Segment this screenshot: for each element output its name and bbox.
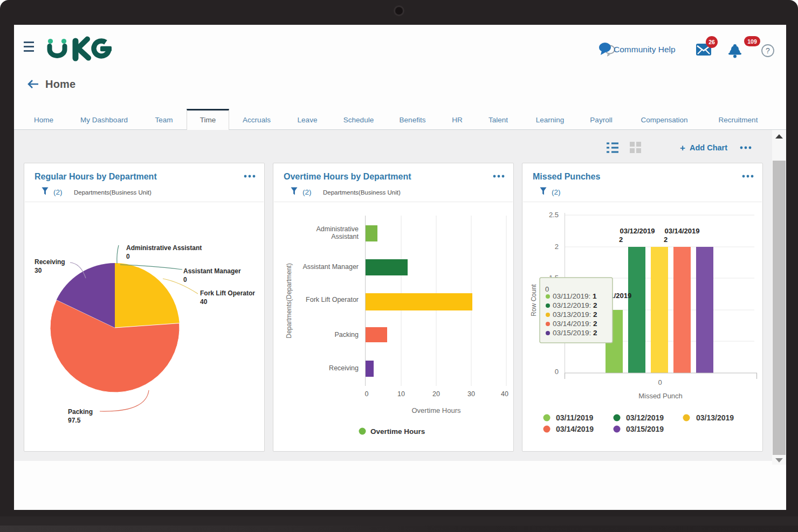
svg-text:10: 10 [397,390,405,398]
svg-text:Assistant Manager: Assistant Manager [302,263,359,271]
svg-text:03/12/2019: 2: 03/12/2019: 2 [553,301,597,309]
svg-text:0: 0 [658,378,662,386]
svg-text:2: 2 [619,236,623,244]
svg-text:20: 20 [432,390,440,398]
svg-text:2: 2 [664,236,668,244]
svg-text:03/12/2019: 03/12/2019 [620,227,655,235]
svg-text:+: + [680,143,685,153]
svg-text:30: 30 [467,390,475,398]
svg-text:0: 0 [365,390,369,398]
svg-text:0: 0 [126,253,130,260]
svg-text:Administrative: Administrative [317,225,359,233]
svg-text:Community Help: Community Help [614,45,676,54]
svg-text:0: 0 [183,276,187,284]
svg-text:Overtime Hours: Overtime Hours [411,406,461,414]
svg-text:03/13/2019: 2: 03/13/2019: 2 [553,310,597,319]
svg-text:03/15/2019: 03/15/2019 [626,425,664,433]
svg-text:03/11/2019: 03/11/2019 [556,413,594,422]
svg-text:03/11/2019: 1: 03/11/2019: 1 [553,292,597,300]
svg-text:Receiving: Receiving [329,364,359,372]
svg-text:2.5: 2.5 [549,211,559,219]
svg-text:03/14/2019: 03/14/2019 [556,425,594,433]
svg-text:Packing: Packing [68,408,93,416]
svg-text:26: 26 [708,39,715,45]
svg-text:03/13/2019: 03/13/2019 [696,413,734,422]
svg-text:?: ? [766,46,770,55]
svg-text:03/14/2019: 2: 03/14/2019: 2 [553,320,597,328]
svg-text:Receiving: Receiving [35,258,65,266]
svg-text:Add Chart: Add Chart [690,143,727,152]
svg-text:Departments(Department): Departments(Department) [285,263,293,338]
svg-text:Missed Punch: Missed Punch [638,392,683,400]
svg-text:30: 30 [35,267,42,274]
svg-text:Assistant Manager: Assistant Manager [183,267,241,275]
svg-text:03/15/2019: 2: 03/15/2019: 2 [553,329,597,337]
svg-text:Packing: Packing [335,331,359,338]
svg-text:03/12/2019: 03/12/2019 [626,413,664,422]
svg-text:97.5: 97.5 [68,417,81,424]
svg-text:40: 40 [200,298,208,306]
svg-text:0: 0 [555,368,559,376]
svg-text:Fork Lift Operator: Fork Lift Operator [200,289,255,297]
svg-text:Administrative Assistant: Administrative Assistant [126,244,202,252]
svg-text:Fork Lift Operator: Fork Lift Operator [306,296,359,303]
svg-text:03/14/2019: 03/14/2019 [664,227,699,235]
svg-text:Row Count: Row Count [530,284,538,316]
svg-text:Assistant: Assistant [331,233,359,240]
svg-text:0: 0 [545,285,549,293]
svg-text:40: 40 [501,390,508,398]
svg-text:2: 2 [555,243,559,251]
svg-text:Overtime Hours: Overtime Hours [370,427,425,436]
svg-text:109: 109 [747,38,757,45]
